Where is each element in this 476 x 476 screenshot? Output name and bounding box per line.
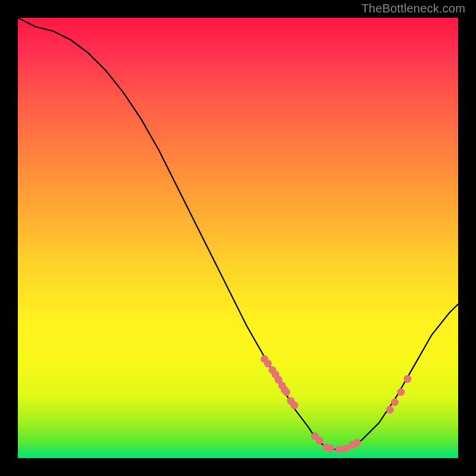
data-point-marker (283, 389, 290, 396)
data-point-marker (353, 439, 361, 447)
bottleneck-curve (18, 18, 458, 449)
data-point-marker (403, 375, 411, 383)
plot-area (18, 18, 458, 458)
data-point-marker (315, 437, 323, 444)
data-point-marker (342, 444, 350, 452)
markers-group (261, 355, 412, 453)
watermark-text: TheBottleneck.com (361, 2, 465, 15)
data-point-marker (290, 402, 298, 409)
data-point-marker (386, 406, 394, 414)
data-point-marker (397, 389, 405, 396)
data-point-marker (264, 359, 272, 367)
data-point-marker (336, 446, 343, 453)
chart-overlay (18, 18, 458, 458)
data-point-marker (327, 444, 334, 452)
data-point-marker (391, 399, 399, 406)
